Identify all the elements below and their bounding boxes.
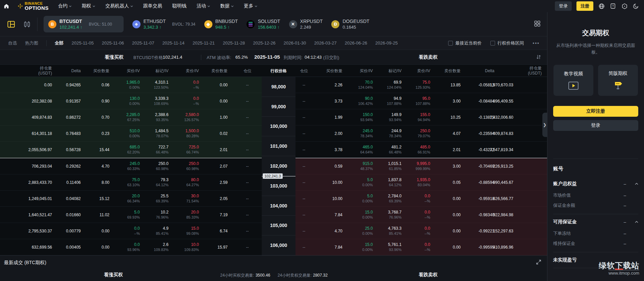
col-header[interactable]: Delta — [466, 65, 500, 77]
call-row-5[interactable]: 2,055,506.970.5672815.44685.062.20%722.7… — [0, 142, 262, 158]
put-row-2[interactable]: --3.7390.0106.42%94.9107.88%95.0107.88%3… — [295, 93, 547, 109]
put-row-3[interactable]: --1.99150.093.94%149.993.94%155.094.94%1… — [295, 109, 547, 125]
price-iv-cell[interactable]: 3,339.3108.69% — [145, 93, 174, 109]
expand-icon[interactable] — [536, 259, 542, 265]
expiry-tab-2025-11-06[interactable]: 2025-11-06 — [102, 40, 124, 46]
price-iv-cell[interactable]: 5.069.93% — [115, 207, 145, 223]
put-row-6[interactable]: --0.59915.048.37%1,015.161.85%9,995.0999… — [295, 158, 547, 174]
price-iv-cell[interactable]: 0.0--% — [174, 77, 204, 93]
price-iv-cell[interactable]: 0.0--% — [407, 239, 436, 255]
price-iv-cell[interactable]: 5,761.193.96% — [378, 239, 407, 255]
price-iv-cell[interactable]: 2,784.069.39% — [378, 191, 407, 206]
call-row-11[interactable]: 632,699.560.004050.000.093.96%2.6109.83%… — [0, 239, 262, 255]
easy-options-card[interactable]: 简版期权 — [598, 65, 638, 96]
expiry-tab-2025-11-21[interactable]: 2025-11-21 — [192, 40, 215, 46]
price-iv-cell[interactable]: 3,768.776.96% — [378, 207, 407, 223]
price-iv-cell[interactable]: 90.0106.42% — [348, 93, 378, 109]
col-header[interactable]: 仓位 — [295, 65, 312, 77]
ticker-bnbusdt[interactable]: ◆BNBUSDT948.5 ↑ — [204, 19, 238, 30]
price-iv-cell[interactable]: 10.0109.83% — [174, 239, 204, 255]
price-iv-cell[interactable]: 0.0--% — [407, 207, 436, 223]
more-options-icon[interactable]: ••• — [533, 40, 540, 46]
col-header[interactable]: 持仓量(USDT) — [500, 65, 547, 77]
price-iv-cell[interactable]: 1,837.864.12% — [378, 174, 407, 190]
tutorial-video-card[interactable]: 教学视频 — [553, 65, 593, 96]
price-iv-cell[interactable]: 485.066.91% — [407, 142, 436, 158]
price-iv-cell[interactable]: 79.364.12% — [145, 174, 174, 190]
board-view-icon[interactable] — [7, 20, 16, 29]
expiry-tab-2026-06-26[interactable]: 2026-06-26 — [345, 40, 367, 46]
put-row-9[interactable]: --7.8415.00.00%3,768.776.96%0.0--%0.00-0… — [295, 207, 547, 223]
price-iv-cell[interactable]: 0.0--% — [174, 93, 204, 109]
price-iv-cell[interactable]: 250.060.98% — [145, 158, 174, 174]
col-header[interactable]: Delta — [57, 65, 86, 77]
price-iv-cell[interactable]: 481.266.48% — [378, 142, 407, 158]
price-iv-cell[interactable]: 25.00.00% — [348, 223, 378, 239]
call-row-3[interactable]: 409,874.830.862720.702,285.067.25%2,388.… — [0, 109, 262, 125]
price-iv-cell[interactable]: 15.00.00% — [348, 207, 378, 223]
price-iv-cell[interactable]: 245.060.33% — [115, 158, 145, 174]
price-iv-cell[interactable]: 0.0--% — [115, 223, 145, 239]
price-iv-cell[interactable]: 75.063.10% — [115, 174, 145, 190]
price-iv-cell[interactable]: 4,763.385.41% — [378, 223, 407, 239]
price-iv-cell[interactable]: 2.6109.83% — [145, 239, 174, 255]
strike-98000[interactable]: 98,000 — [262, 77, 295, 97]
checkbox[interactable] — [448, 41, 453, 46]
strike-103000[interactable]: 103,000 — [262, 176, 295, 196]
strike-101000[interactable]: 101,000 — [262, 136, 295, 156]
expiry-tab-2026-09-25[interactable]: 2026-09-25 — [375, 40, 398, 46]
price-iv-cell[interactable]: 0.0--% — [407, 191, 436, 206]
strike-column-header[interactable]: 行权价格 — [262, 65, 295, 77]
price-iv-cell[interactable]: 25.569.39% — [145, 191, 174, 206]
price-iv-cell[interactable]: 1,015.161.85% — [378, 158, 407, 174]
price-iv-cell[interactable]: 130.00.00% — [115, 93, 145, 109]
col-header[interactable]: 买价数量 — [86, 65, 115, 77]
put-row-4[interactable]: --2.00245.078.34%244.978.34%250.079.07%4… — [295, 125, 547, 142]
put-row-8[interactable]: --10.005.00.00%2,784.069.39%0.0--%0.00-0… — [295, 191, 547, 207]
price-iv-cell[interactable]: 10.276.96% — [145, 207, 174, 223]
call-row-1[interactable]: 0.000.942650.061,965.00.00%4,310.1123.50… — [0, 77, 262, 93]
panel-login-button[interactable]: 登录 — [553, 120, 638, 131]
price-iv-cell[interactable]: 1,965.00.00% — [115, 77, 145, 93]
price-iv-cell[interactable]: 685.062.20% — [115, 142, 145, 158]
price-iv-cell[interactable]: 20.066.34% — [115, 191, 145, 206]
moon-icon[interactable] — [633, 3, 639, 9]
price-iv-cell[interactable]: 250.079.07% — [407, 125, 436, 141]
expiry-tab-2026-03-27[interactable]: 2026-03-27 — [314, 40, 337, 46]
collapse-panel-chevron[interactable]: ❯ — [542, 113, 547, 137]
price-iv-cell[interactable]: 244.978.34% — [378, 125, 407, 141]
tab-heatmap[interactable]: 热力图 — [25, 40, 38, 46]
nav-item-5[interactable]: 聪明钱 — [172, 3, 186, 9]
guide-icon[interactable]: ? — [610, 3, 616, 9]
price-iv-cell[interactable]: 0.0--% — [407, 223, 436, 239]
nav-item-6[interactable]: 活动 — [197, 3, 210, 9]
price-iv-cell[interactable]: 15.099.08% — [174, 223, 204, 239]
sort-columns-icon[interactable] — [536, 54, 542, 60]
price-iv-cell[interactable]: 245.078.34% — [348, 125, 378, 141]
price-iv-cell[interactable]: 69.9124.04% — [378, 77, 407, 93]
expiry-tab-2025-11-05[interactable]: 2025-11-05 — [72, 40, 94, 46]
col-header[interactable]: 卖价数量 — [204, 65, 233, 77]
put-row-1[interactable]: --2.2670.0124.04%69.9124.04%75.0125.93%1… — [295, 77, 547, 93]
price-iv-cell[interactable]: 150.093.94% — [348, 109, 378, 125]
hexagon-icon[interactable] — [621, 3, 628, 9]
price-iv-cell[interactable]: 20.085.33% — [174, 207, 204, 223]
tab-all[interactable]: 全部 — [55, 40, 63, 46]
nav-item-2[interactable]: 期权 — [82, 3, 95, 9]
price-iv-cell[interactable]: 15.00.00% — [348, 239, 378, 255]
ticker-btcusdt[interactable]: BBTCUSDT102,241.4 ↑BVOL: 51.00 — [44, 16, 124, 32]
col-header[interactable]: 买价数量 — [312, 65, 348, 77]
binance-options-logo[interactable]: BINANCE OPTIONS — [18, 2, 49, 10]
ticker-xrpusdt[interactable]: ✕XRPUSDT2.249 — [289, 19, 323, 30]
price-iv-cell[interactable]: 4.985.41% — [145, 223, 174, 239]
price-iv-cell[interactable]: 915.048.37% — [348, 158, 378, 174]
ticker-solusdt[interactable]: SOLUSDT156.6403 ↑ — [247, 19, 280, 30]
nav-item-7[interactable]: 数据 — [220, 3, 234, 9]
strike-range-checkbox[interactable]: 行权价格区间 — [490, 40, 524, 46]
strike-105000[interactable]: 105,000 — [262, 216, 295, 235]
col-header[interactable]: 持仓量(USDT) — [0, 65, 57, 77]
price-iv-cell[interactable]: 5.00.00% — [348, 191, 378, 206]
available-margin-row[interactable]: 可用保证金 – — [553, 219, 638, 225]
price-iv-cell[interactable]: 2,388.693.35% — [145, 109, 174, 125]
tab-watchlist[interactable]: 自选 — [8, 40, 17, 46]
